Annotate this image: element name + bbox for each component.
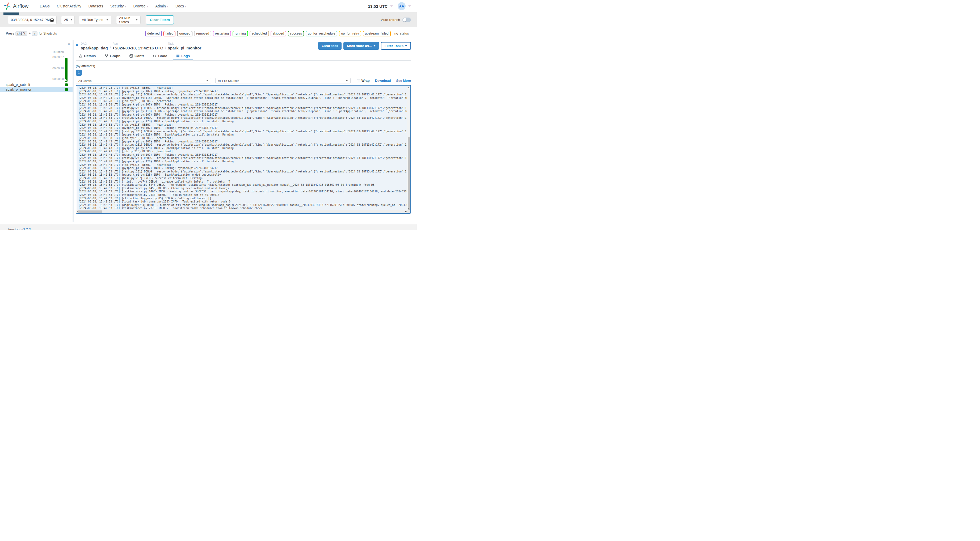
horizontal-scroll-thumb[interactable]: [78, 210, 102, 213]
version-label: Version:: [8, 228, 21, 230]
chevron-down-icon: [408, 5, 411, 7]
run-states-select[interactable]: All Run States: [116, 16, 141, 24]
footer: Version: v2.7.2: [0, 224, 417, 230]
scroll-left-icon[interactable]: [77, 211, 78, 212]
log-line: [2024-03-18, 13:42:53 UTC] {cli_action_l…: [78, 197, 407, 200]
nav-item-admin[interactable]: Admin▾: [155, 4, 168, 8]
nav-item-security[interactable]: Security▾: [110, 4, 126, 8]
log-line: [2024-03-18, 13:42:53 UTC] {pyspark_pi.p…: [78, 173, 407, 177]
expand-icon[interactable]: »: [76, 42, 78, 47]
tab-gantt[interactable]: Gantt: [126, 52, 147, 60]
page-size-select[interactable]: 25: [61, 16, 75, 24]
nav-item-docs[interactable]: Docs▾: [175, 4, 186, 8]
log-levels-value: All Levels: [78, 79, 91, 83]
state-badge-restarting: restarting: [213, 31, 231, 37]
task-state-square[interactable]: [65, 83, 68, 86]
avatar[interactable]: AA: [398, 2, 406, 10]
chevron-down-icon: ▾: [167, 5, 168, 8]
filter-bar: 03/18/2024, 01:52:47 PM 25 All Run Types…: [0, 13, 417, 27]
log-line: [2024-03-18, 13:42:23 UTC] {pyspark_pi.p…: [78, 90, 407, 93]
tab-graph[interactable]: Graph: [102, 52, 124, 60]
log-line: [2024-03-18, 13:42:53 UTC] {__init__.py:…: [78, 180, 407, 184]
version-link[interactable]: v2.7.2: [22, 228, 31, 230]
main-content: « Duration 00:00:37 00:00:18 00:00:00 sp…: [0, 40, 417, 222]
page-size-value: 25: [64, 18, 68, 22]
breadcrumb-task-value[interactable]: spark_pi_monitor: [168, 45, 202, 51]
mark-state-button[interactable]: Mark state as...: [344, 42, 379, 50]
run-types-select[interactable]: All Run Types: [79, 16, 111, 24]
attempt-1-button[interactable]: 1: [76, 70, 82, 76]
breadcrumb-run: Run 2024-03-18, 13:42:16 UTC: [113, 42, 163, 51]
nav-item-dags[interactable]: DAGs: [40, 4, 49, 8]
log-line: [2024-03-18, 13:42:38 UTC] {pyspark_pi.p…: [78, 126, 407, 130]
breadcrumb-run-value[interactable]: 2024-03-18, 13:42:16 UTC: [113, 45, 163, 51]
state-badge-skipped: skipped: [270, 31, 286, 37]
filter-tasks-button[interactable]: Filter Tasks: [381, 42, 411, 50]
calendar-icon[interactable]: [50, 18, 54, 22]
horizontal-scrollbar[interactable]: [76, 210, 407, 213]
details-icon: [79, 54, 83, 58]
log-line: [2024-03-18, 13:42:28 UTC] {rest.py:231}…: [78, 107, 407, 110]
brand[interactable]: Airflow: [3, 2, 29, 10]
nav-menu: DAGsCluster ActivityDatasetsSecurity▾Bro…: [40, 4, 186, 8]
task-row-spark-pi-monitor[interactable]: spark_pi_monitor: [0, 87, 73, 92]
log-line: [2024-03-18, 13:42:48 UTC] {rest.py:231}…: [78, 156, 407, 160]
vertical-scroll-thumb[interactable]: [408, 137, 410, 210]
chevron-down-icon: [135, 19, 138, 21]
see-more-link[interactable]: See More: [396, 79, 411, 83]
chevron-down-icon: [70, 19, 73, 21]
download-link[interactable]: Download: [375, 79, 391, 83]
duration-axis-label: Duration: [52, 50, 64, 53]
collapse-panel-icon[interactable]: «: [68, 41, 70, 47]
log-line: [2024-03-18, 13:42:33 UTC] {job.py:216} …: [78, 123, 407, 127]
breadcrumb-task-label: Task: [168, 42, 202, 45]
chevron-down-icon: ▾: [185, 5, 186, 8]
chevron-down-icon: [206, 80, 208, 81]
chevron-down-icon: [106, 19, 108, 21]
log-line: [2024-03-18, 13:42:53 UTC] {taskinstance…: [78, 190, 407, 193]
task-state-square[interactable]: [65, 88, 68, 91]
clock[interactable]: 13:52 UTC: [368, 4, 388, 8]
log-line: [2024-03-18, 13:42:43 UTC] {rest.py:231}…: [78, 143, 407, 147]
play-icon: [65, 79, 67, 81]
log-line: [2024-03-18, 13:42:53 UTC] {taskinstance…: [78, 183, 407, 187]
scroll-down-icon[interactable]: [408, 208, 410, 209]
run-date-value: 03/18/2024, 01:52:47 PM: [11, 18, 50, 22]
log-line: [2024-03-18, 13:42:48 UTC] {pyspark_pi.p…: [78, 160, 407, 164]
wrap-checkbox[interactable]: [357, 79, 360, 83]
log-line: [2024-03-18, 13:42:53 UTC] {pyspark_pi.p…: [78, 167, 407, 170]
state-badge-scheduled: scheduled: [250, 31, 269, 37]
log-line: [2024-03-18, 13:42:43 UTC] {pyspark_pi.p…: [78, 140, 407, 143]
scroll-right-icon[interactable]: [405, 211, 407, 212]
clear-filters-button[interactable]: Clear Filters: [146, 16, 174, 24]
nav-item-cluster-activity[interactable]: Cluster Activity: [57, 4, 81, 8]
run-states-value: All Run States: [119, 16, 133, 24]
log-line: [2024-03-18, 13:42:53 UTC] {taskinstance…: [78, 187, 407, 190]
duration-tick: 00:00:00: [52, 77, 64, 81]
log-viewer[interactable]: [2024-03-18, 13:42:23 UTC] {job.py:216} …: [76, 85, 411, 214]
task-row-spark-pi-submit[interactable]: spark_pi_submit: [0, 83, 73, 87]
file-sources-select[interactable]: All File Sources: [215, 78, 351, 83]
scroll-up-icon[interactable]: [408, 87, 410, 88]
by-attempts-label: (by attempts): [76, 64, 411, 68]
log-line: [2024-03-18, 13:42:28 UTC] {pyspark_pi.p…: [78, 103, 407, 107]
auto-refresh-toggle[interactable]: [402, 18, 411, 22]
nav-item-browse[interactable]: Browse▾: [133, 4, 148, 8]
log-line: [2024-03-18, 13:42:48 UTC] {pyspark_pi.p…: [78, 153, 407, 157]
slash-key: /: [32, 31, 37, 36]
breadcrumb-dag-value[interactable]: sparkapp_dag: [81, 45, 108, 51]
vertical-scrollbar[interactable]: [407, 86, 410, 210]
wrap-control: Wrap: [357, 79, 370, 83]
log-levels-select[interactable]: All Levels: [76, 78, 211, 83]
nav-item-datasets[interactable]: Datasets: [89, 4, 103, 8]
tab-logs[interactable]: Logs: [173, 52, 193, 60]
state-badge-failed: failed: [164, 31, 176, 37]
run-date-input[interactable]: 03/18/2024, 01:52:47 PM: [8, 16, 57, 24]
breadcrumb-separator: /: [110, 46, 111, 51]
navbar: Airflow DAGsCluster ActivityDatasetsSecu…: [0, 0, 417, 13]
log-line: [2024-03-18, 13:42:28 UTC] {job.py:216} …: [78, 100, 407, 103]
clear-task-button[interactable]: Clear task: [318, 42, 342, 50]
tab-details[interactable]: Details: [76, 52, 99, 60]
tab-code[interactable]: Code: [150, 52, 170, 60]
duration-bar[interactable]: [65, 58, 67, 82]
